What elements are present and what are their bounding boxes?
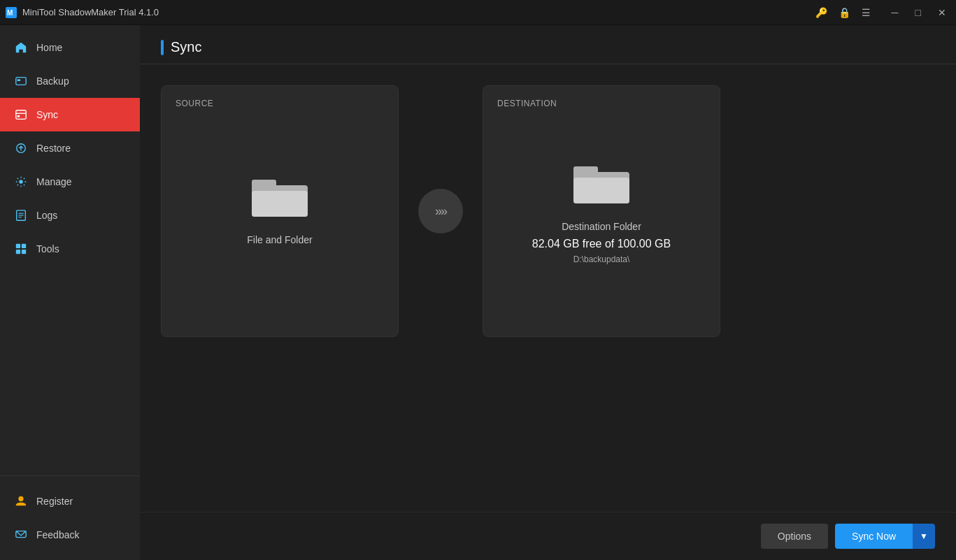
maximize-button[interactable]: □ (911, 6, 925, 20)
content-footer: Options Sync Now ▼ (140, 512, 956, 560)
menu-icon[interactable]: ☰ (862, 7, 871, 18)
title-bar: M MiniTool ShadowMaker Trial 4.1.0 🔑 🔒 ☰… (0, 0, 956, 25)
sidebar-label-sync: Sync (36, 109, 58, 120)
svg-rect-23 (573, 166, 598, 176)
content-area: Sync SOURCE (140, 25, 956, 560)
sync-now-group: Sync Now ▼ (835, 524, 935, 549)
sidebar-nav: Home Backup (0, 25, 140, 475)
manage-icon (14, 175, 28, 189)
svg-rect-20 (252, 180, 276, 189)
sidebar-label-logs: Logs (36, 210, 57, 221)
main-layout: Home Backup (0, 25, 956, 560)
restore-icon (14, 141, 28, 155)
dropdown-arrow-icon: ▼ (920, 531, 928, 541)
svg-rect-6 (17, 115, 20, 117)
destination-name: Destination Folder (562, 221, 641, 232)
svg-text:M: M (7, 9, 13, 17)
sidebar-label-feedback: Feedback (36, 529, 79, 540)
key-icon[interactable]: 🔑 (815, 7, 827, 18)
title-bar-controls: 🔑 🔒 ☰ ─ □ ✕ (815, 6, 950, 20)
sidebar-item-home[interactable]: Home (0, 31, 140, 64)
svg-rect-15 (22, 244, 26, 248)
lock-icon[interactable]: 🔒 (839, 7, 850, 18)
svg-rect-21 (252, 191, 308, 217)
title-accent (161, 40, 164, 55)
sidebar-bottom: Register Feedback (0, 475, 140, 560)
app-logo: M (6, 7, 17, 18)
window-controls: ─ □ ✕ (887, 6, 950, 20)
svg-point-9 (19, 180, 22, 183)
svg-rect-3 (17, 79, 21, 81)
sidebar-label-restore: Restore (36, 143, 71, 154)
svg-rect-24 (573, 178, 629, 203)
sync-icon (14, 108, 28, 122)
title-bar-left: M MiniTool ShadowMaker Trial 4.1.0 (6, 7, 159, 18)
destination-panel[interactable]: DESTINATION Destination Folder 82.04 GB … (483, 85, 720, 337)
options-button[interactable]: Options (761, 524, 828, 549)
destination-folder-icon (570, 158, 633, 210)
sidebar-item-logs[interactable]: Logs (0, 199, 140, 232)
sidebar-label-home: Home (36, 42, 62, 53)
sidebar-item-sync[interactable]: Sync (0, 98, 140, 131)
destination-path: D:\backupdata\ (573, 254, 630, 264)
sidebar-label-backup: Backup (36, 76, 69, 87)
sidebar-item-manage[interactable]: Manage (0, 165, 140, 199)
home-icon (14, 41, 28, 55)
source-folder-icon (248, 171, 311, 223)
register-icon (14, 494, 28, 508)
backup-icon (14, 74, 28, 88)
arrow-icon: »» (435, 204, 446, 219)
sync-content: SOURCE File and Folder (140, 64, 956, 512)
arrow-circle: »» (418, 189, 463, 234)
sync-now-dropdown-button[interactable]: ▼ (913, 524, 935, 549)
logs-icon (14, 208, 28, 222)
sidebar-item-tools[interactable]: Tools (0, 232, 140, 266)
sidebar: Home Backup (0, 25, 140, 560)
sidebar-label-tools: Tools (36, 243, 59, 254)
sync-now-button[interactable]: Sync Now (835, 524, 913, 549)
destination-label: DESTINATION (497, 99, 557, 108)
sidebar-label-manage: Manage (36, 176, 72, 187)
sidebar-item-register[interactable]: Register (0, 484, 140, 518)
svg-rect-16 (16, 250, 20, 254)
svg-rect-14 (16, 244, 20, 248)
sync-panels: SOURCE File and Folder (161, 85, 935, 337)
close-button[interactable]: ✕ (934, 6, 950, 20)
page-title: Sync (171, 39, 201, 55)
source-name: File and Folder (247, 234, 312, 245)
tools-icon (14, 242, 28, 256)
source-panel[interactable]: SOURCE File and Folder (161, 85, 399, 337)
app-title: MiniTool ShadowMaker Trial 4.1.0 (22, 7, 159, 17)
feedback-icon (14, 528, 28, 542)
page-header: Sync (140, 25, 956, 64)
minimize-button[interactable]: ─ (887, 6, 903, 20)
arrow-connector: »» (399, 189, 483, 234)
page-title-bar: Sync (161, 39, 201, 55)
svg-rect-4 (16, 110, 26, 120)
destination-size: 82.04 GB free of 100.00 GB (532, 238, 671, 250)
sidebar-label-register: Register (36, 496, 73, 507)
sidebar-item-restore[interactable]: Restore (0, 131, 140, 165)
source-label: SOURCE (176, 99, 213, 108)
sidebar-item-feedback[interactable]: Feedback (0, 518, 140, 552)
svg-rect-17 (22, 250, 26, 254)
sidebar-item-backup[interactable]: Backup (0, 64, 140, 98)
